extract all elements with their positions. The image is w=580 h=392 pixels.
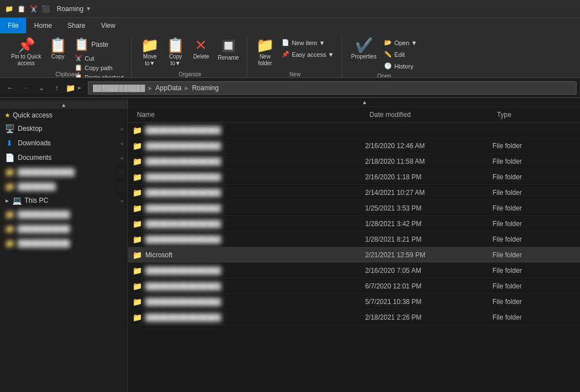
this-pc-header[interactable]: ► 💻 This PC ◃ [0,194,127,207]
file-row[interactable]: 📁████████████████1/28/2021 8:21 PMFile f… [128,232,580,247]
sidebar-item-blurred1[interactable]: 📁 ████████████ ◃ [0,165,127,179]
file-row[interactable]: 📁Microsoft2/21/2021 12:59 PMFile folder [128,247,580,263]
file-name: ████████████████ [145,142,221,150]
file-type: File folder [493,158,576,165]
file-folder-icon: 📁 [132,126,142,135]
pin-quick-access-button[interactable]: 📌 Pin to Quick access [8,36,45,69]
col-name-header[interactable]: Name [132,111,365,119]
edit-icon: ✏️ [384,51,392,58]
file-row[interactable]: 📁████████████████5/7/2021 10:38 PMFile f… [128,294,580,310]
back-button[interactable]: ← [3,81,17,95]
main-content: ▲ ★ Quick access 🖥️ Desktop ◃ ⬇ Download… [0,98,580,392]
recent-locations-button[interactable]: ⌄ [35,81,48,95]
file-row[interactable]: 📁████████████████2/18/2021 2:26 PMFile f… [128,310,580,325]
file-list: ▲ Name Date modified Type 📁█████████████… [128,98,580,392]
file-date: 6/7/2020 12:01 PM [365,282,493,290]
move-to-button[interactable]: 📁 Moveto▼ [137,36,162,69]
forward-button[interactable]: → [19,81,32,95]
organize-items: 📁 Moveto▼ 📋 Copyto▼ ✕ Delete 🔲 Rename [137,36,242,69]
file-date: 1/28/2021 8:21 PM [365,236,493,243]
copy-large-button[interactable]: 📋 Copy [46,36,70,62]
paste-group: 📋 Paste ✂️ Cut 📋 Copy path 📋 Paste short… [71,36,127,67]
file-folder-icon: 📁 [132,204,142,213]
file-type: File folder [493,173,576,181]
history-button[interactable]: 🕐 History [381,61,420,71]
ribbon-group-clipboard: 📌 Pin to Quick access 📋 Copy 📋 Paste ✂️ … [3,36,132,78]
sidebar-item-desktop[interactable]: 🖥️ Desktop ◃ [0,121,127,136]
address-path[interactable]: ████████████ ► AppData ► Roaming [88,81,577,95]
new-folder-button[interactable]: 📁 Newfolder [253,36,277,69]
sidebar-item-blurred4[interactable]: 📁 ███████████ [0,222,127,236]
new-folder-label: Newfolder [258,53,272,67]
paste-icon: 📋 [74,37,89,52]
file-name: ████████████████ [145,158,221,165]
sidebar-item-downloads[interactable]: ⬇ Downloads ◃ [0,136,127,150]
rename-label: Rename [218,55,239,61]
delete-button[interactable]: ✕ Delete [189,36,213,62]
edit-button[interactable]: ✏️ Edit [381,50,420,59]
up-button[interactable]: ↑ [50,81,63,95]
blurred1-icon: 📁 [4,168,14,177]
file-row[interactable]: 📁████████████████2/16/2020 7:05 AMFile f… [128,263,580,278]
minimize-icon[interactable]: ⬛ [41,4,50,13]
blurred2-icon: 📁 [4,182,14,191]
file-row[interactable]: 📁████████████████2/16/2020 1:18 PMFile f… [128,169,580,185]
file-row[interactable]: 📁████████████████2/16/2020 12:46 AMFile … [128,138,580,154]
scroll-up-button[interactable]: ▲ [0,100,127,109]
file-row[interactable]: 📁████████████████ [128,122,580,138]
folder-breadcrumb-icon: 📁 [66,84,75,92]
desktop-icon: 🖥️ [4,124,14,133]
file-date: 2/16/2020 12:46 AM [365,142,493,150]
file-type: File folder [493,236,576,243]
file-type: File folder [493,189,576,197]
easy-access-button[interactable]: 📌 Easy access ▼ [278,50,337,59]
desktop-pin: ◃ [120,126,123,132]
file-date: 2/18/2020 11:58 AM [365,158,493,165]
rename-button[interactable]: 🔲 Rename [214,36,242,63]
sep2: ► [184,85,190,91]
properties-button[interactable]: ✔️ Properties [348,36,380,62]
sidebar: ▲ ★ Quick access 🖥️ Desktop ◃ ⬇ Download… [0,98,128,392]
copy-to-label: Copyto▼ [169,53,182,67]
file-type: File folder [493,251,576,259]
sidebar-item-blurred3[interactable]: 📁 ███████████ [0,207,127,222]
file-row[interactable]: 📁████████████████2/18/2020 11:58 AMFile … [128,154,580,169]
sidebar-item-documents[interactable]: 📄 Documents ◃ [0,150,127,165]
open-button[interactable]: 📂 Open ▼ [381,38,420,47]
quick-access-header[interactable]: ★ Quick access [0,109,127,121]
new-sub-items: 📄 New item ▼ 📌 Easy access ▼ [278,36,337,59]
easy-access-icon: 📌 [282,51,289,58]
copy-path-label: Copy path [85,65,112,71]
copy-to-button[interactable]: 📋 Copyto▼ [163,36,188,69]
col-date-header[interactable]: Date modified [365,111,493,119]
paste-button[interactable]: 📋 Paste [71,36,127,53]
cut-button[interactable]: ✂️ Cut [71,53,127,63]
file-type: File folder [493,142,576,150]
file-folder-icon: 📁 [132,219,142,228]
sidebar-item-blurred5[interactable]: 📁 ███████████ [0,236,127,251]
sidebar-item-blurred2[interactable]: 📁 ████████ ◃ [0,179,127,194]
file-date: 1/25/2021 3:53 PM [365,204,493,212]
menu-home[interactable]: Home [26,18,60,33]
file-type: File folder [493,282,576,290]
sort-indicator-row: ▲ [128,98,580,107]
file-row[interactable]: 📁████████████████1/28/2021 3:42 PMFile f… [128,216,580,232]
file-row[interactable]: 📁████████████████1/25/2021 3:53 PMFile f… [128,200,580,216]
file-row[interactable]: 📁████████████████6/7/2020 12:01 PMFile f… [128,278,580,294]
menu-file[interactable]: File [0,18,26,33]
clipboard-label: Clipboard [56,71,80,77]
file-list-header: Name Date modified Type [128,107,580,122]
col-type-header[interactable]: Type [493,111,576,119]
file-folder-icon: 📁 [132,141,142,150]
menu-share[interactable]: Share [60,18,93,33]
copy-path-button[interactable]: 📋 Copy path [71,63,127,72]
appdata-segment: AppData [155,84,181,92]
title-bar-dropdown[interactable]: ▼ [86,6,91,12]
paste-shortcut-button[interactable]: 📋 Paste shortcut [71,72,127,78]
file-type: File folder [493,313,576,321]
menu-view[interactable]: View [93,18,123,33]
new-item-button[interactable]: 📄 New item ▼ [278,38,337,47]
file-name: Microsoft [145,251,173,259]
roaming-segment: Roaming [192,84,219,92]
file-row[interactable]: 📁████████████████2/14/2021 10:27 AMFile … [128,185,580,200]
